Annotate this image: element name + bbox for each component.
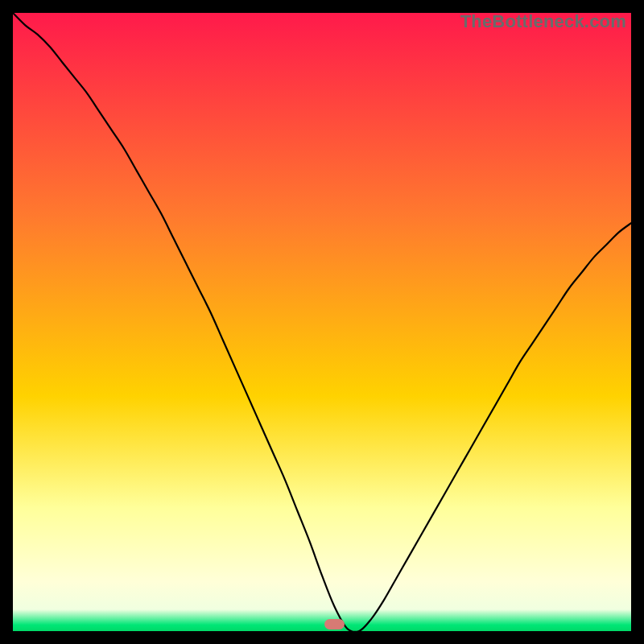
watermark-text: TheBottleneck.com <box>460 11 626 32</box>
gradient-background <box>13 13 631 631</box>
plot-area <box>13 13 631 631</box>
chart-frame: TheBottleneck.com <box>13 13 631 631</box>
svg-rect-0 <box>13 13 631 631</box>
